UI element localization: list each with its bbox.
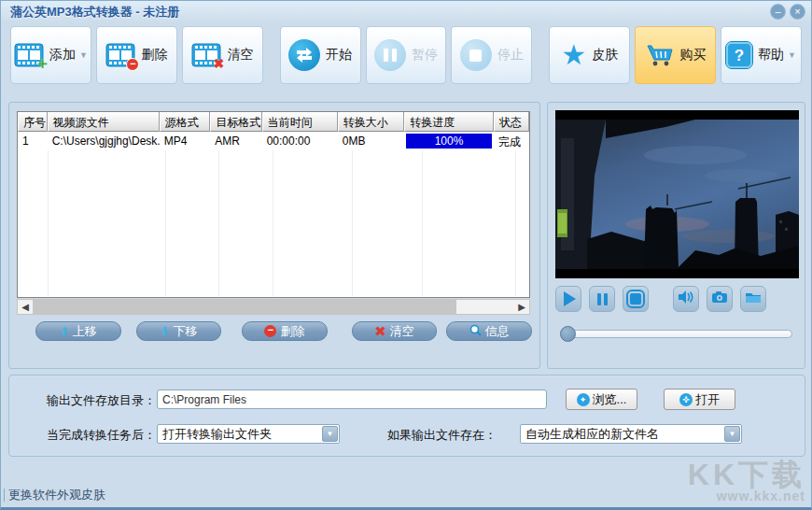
table-empty-area <box>18 150 529 296</box>
file-exists-select[interactable]: 自动生成相应的新文件名 ▼ <box>520 424 742 444</box>
camera-icon <box>711 290 728 307</box>
delete-button-label: 删除 <box>141 47 167 64</box>
scroll-right-icon[interactable]: ▶ <box>514 302 529 312</box>
stop-button-label: 停止 <box>497 47 524 64</box>
table-row[interactable]: 1 C:\Users\gjgjhg\Desk... MP4 AMR 00:00:… <box>18 132 529 150</box>
pause-button[interactable]: 暂停 <box>366 26 447 84</box>
chevron-down-icon: ▼ <box>79 50 88 60</box>
close-button[interactable]: × <box>790 4 805 20</box>
scrollbar-track[interactable] <box>33 300 514 314</box>
output-dir-label: 输出文件存放目录： <box>47 392 156 409</box>
seek-slider[interactable] <box>561 330 792 338</box>
stop-icon <box>630 293 641 305</box>
pause-icon <box>597 293 608 305</box>
playback-controls <box>555 286 774 312</box>
info-label: 信息 <box>485 323 510 340</box>
pause-icon <box>374 39 406 71</box>
buy-button[interactable]: 购买 <box>635 26 716 84</box>
snapshot-button[interactable] <box>707 286 733 312</box>
clear-button-label: 清空 <box>227 47 253 64</box>
title-bar: 蒲公英MP3格式转换器 - 未注册 – × <box>1 1 811 23</box>
buy-button-label: 购买 <box>680 47 707 64</box>
file-exists-label: 如果输出文件存在： <box>387 427 497 444</box>
open-output-button[interactable]: ✜ 打开 <box>664 389 735 410</box>
status-bar: 更换软件外观皮肤 <box>1 483 811 507</box>
scrollbar-thumb[interactable] <box>33 300 456 314</box>
minus-icon: − <box>126 58 139 71</box>
chevron-down-icon[interactable]: ▼ <box>724 426 740 442</box>
star-icon: ★ <box>561 41 586 69</box>
speaker-icon <box>678 290 694 308</box>
toolbar: ＋ 添加 ▼ − 删除 <box>10 26 802 88</box>
after-task-value: 打开转换输出文件夹 <box>158 426 322 443</box>
after-task-select[interactable]: 打开转换输出文件夹 ▼ <box>157 424 340 444</box>
clear-button[interactable]: ✖ 清空 <box>182 26 263 84</box>
cell-status: 完成 <box>494 132 529 150</box>
cross-icon: ✖ <box>374 326 386 337</box>
preview-panel <box>547 102 805 369</box>
scroll-left-icon[interactable]: ◀ <box>18 302 33 312</box>
change-skin-link[interactable]: 更换软件外观皮肤 <box>8 487 105 503</box>
move-down-button[interactable]: ⬇ 下移 <box>136 321 222 341</box>
play-button[interactable] <box>555 286 581 312</box>
magnifier-icon <box>469 324 482 339</box>
play-icon <box>564 291 576 306</box>
info-button[interactable]: 信息 <box>446 321 532 341</box>
open-output-label: 打开 <box>695 391 720 408</box>
window-title: 蒲公英MP3格式转换器 - 未注册 <box>10 4 179 21</box>
help-button-label: 帮助 <box>758 47 784 64</box>
table-header-row: 序号 视频源文件 源格式 目标格式 当前时间 转换大小 转换进度 状态 <box>18 112 529 132</box>
volume-button[interactable] <box>673 286 699 312</box>
column-header-size[interactable]: 转换大小 <box>338 112 405 132</box>
output-settings-group: 输出文件存放目录： ✦ 浏览... ✜ 打开 当完成转换任务后： 打开转换输出文… <box>8 375 805 457</box>
column-header-time[interactable]: 当前时间 <box>262 112 338 132</box>
move-up-button[interactable]: ⬆ 上移 <box>35 321 121 341</box>
film-add-icon: ＋ <box>14 43 44 67</box>
aperture-icon: ✦ <box>577 393 590 406</box>
start-button[interactable]: 开始 <box>280 26 361 84</box>
help-button[interactable]: ? 帮助 ▼ <box>721 26 802 84</box>
output-dir-input[interactable] <box>157 390 547 409</box>
add-button[interactable]: ＋ 添加 ▼ <box>10 26 91 84</box>
horizontal-scrollbar[interactable]: ◀ ▶ <box>17 299 530 315</box>
plus-icon: ＋ <box>35 58 48 71</box>
open-folder-button[interactable] <box>740 286 766 312</box>
video-preview <box>555 110 799 278</box>
cell-index: 1 <box>18 132 48 150</box>
task-list-panel: 序号 视频源文件 源格式 目标格式 当前时间 转换大小 转换进度 状态 1 C:… <box>8 102 540 369</box>
status-divider <box>4 489 5 502</box>
clear-list-button[interactable]: ✖ 清空 <box>352 321 438 341</box>
cross-icon: ✖ <box>212 58 225 71</box>
skin-button[interactable]: ★ 皮肤 <box>549 26 630 84</box>
browse-label: 浏览... <box>593 391 627 408</box>
app-window: 蒲公英MP3格式转换器 - 未注册 – × ＋ 添加 ▼ <box>0 0 812 510</box>
browse-button[interactable]: ✦ 浏览... <box>566 389 637 410</box>
cell-src-format: MP4 <box>160 132 210 150</box>
column-header-source[interactable]: 视频源文件 <box>48 112 160 132</box>
move-up-label: 上移 <box>73 323 97 340</box>
film-reel-icon: ✜ <box>679 393 693 406</box>
column-header-index[interactable]: 序号 <box>18 112 48 132</box>
seek-slider-thumb[interactable] <box>560 326 576 342</box>
chevron-down-icon[interactable]: ▼ <box>322 426 338 442</box>
chevron-down-icon: ▼ <box>788 50 796 60</box>
file-exists-value: 自动生成相应的新文件名 <box>521 426 724 443</box>
pause-button-label: 暂停 <box>412 47 438 64</box>
move-down-label: 下移 <box>173 323 197 340</box>
remove-item-button[interactable]: − 删除 <box>242 321 328 341</box>
start-button-label: 开始 <box>326 47 352 64</box>
film-clear-icon: ✖ <box>191 43 221 67</box>
column-header-src-format[interactable]: 源格式 <box>160 112 210 132</box>
task-table: 序号 视频源文件 源格式 目标格式 当前时间 转换大小 转换进度 状态 1 C:… <box>17 111 530 298</box>
column-header-status[interactable]: 状态 <box>494 112 529 132</box>
minimize-button[interactable]: – <box>770 4 786 20</box>
film-delete-icon: − <box>105 43 135 67</box>
column-header-progress[interactable]: 转换进度 <box>404 112 493 132</box>
column-header-dst-format[interactable]: 目标格式 <box>210 112 261 132</box>
skin-button-label: 皮肤 <box>592 47 618 64</box>
stop-button[interactable]: 停止 <box>451 26 532 84</box>
pause-playback-button[interactable] <box>589 286 615 312</box>
delete-button[interactable]: − 删除 <box>96 26 177 84</box>
arrow-up-icon: ⬆ <box>60 326 69 337</box>
stop-playback-button[interactable] <box>623 286 649 312</box>
